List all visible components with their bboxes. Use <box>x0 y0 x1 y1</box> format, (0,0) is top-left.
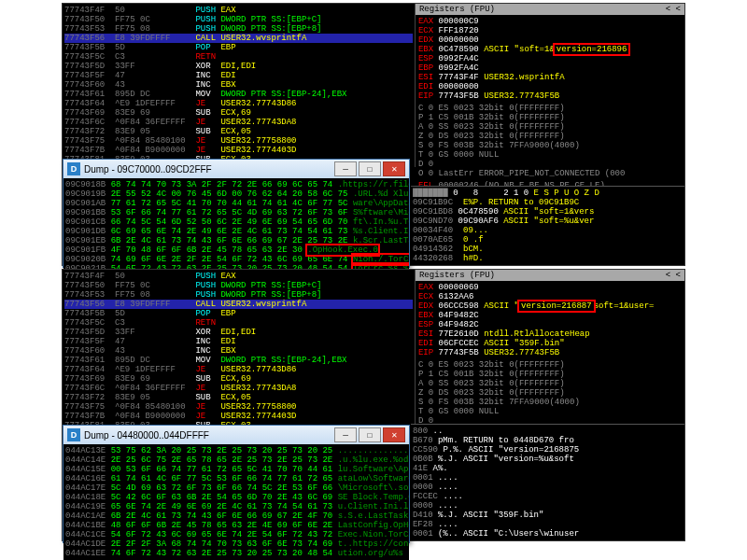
disasm-row[interactable]: 77743F64 ^E9 1DFEFFFF JE USER32.77743D86 <box>64 365 413 374</box>
disasm-row[interactable]: 77743F75 ^0F84 85480100 JE USER32.777588… <box>64 136 413 146</box>
register-row[interactable]: ESP 04F9482C <box>418 320 682 329</box>
close-button[interactable]: ✕ <box>383 427 405 442</box>
dump-row[interactable]: 044AC13E 53 75 62 3A 20 25 73 2E 25 73 2… <box>65 446 407 455</box>
stack-row[interactable]: 0070AE65 0 .f <box>413 235 683 245</box>
stack-row[interactable]: D410 %.J. ASCII "359F.bin" <box>413 511 683 520</box>
disasm-row[interactable]: 77743F4F 50 PUSH EAX <box>64 272 413 281</box>
disasm-row[interactable]: 77743F56 E8 39FDFFFF CALL USER32.wvsprin… <box>64 300 413 309</box>
dump-row[interactable]: 044AC1BE 48 6F 6F 6B 2E 45 78 65 63 2E 4… <box>65 521 407 530</box>
dump-window-2[interactable]: D Dump - 04480000..044DFFFF ─ □ ✕ 044AC1… <box>63 425 410 543</box>
disasm-row[interactable]: 77743F7B ^0F84 B9000000 JE USER32.777440… <box>64 412 413 421</box>
register-row[interactable]: EIP 77743F5B USER32.77743F5B <box>418 91 682 101</box>
register-row[interactable]: EDX 06CCC598 ASCII "version=216887soft=1… <box>418 301 682 311</box>
pane-arrows[interactable]: < < <box>666 5 681 14</box>
disasm-row[interactable]: 77743F72 83E9 05 SUB ECX,05 <box>64 127 413 136</box>
maximize-button[interactable]: □ <box>359 161 381 176</box>
disasm-row[interactable]: 77743F64 ^E9 1DFEFFFF JE USER32.77743D86 <box>64 99 413 108</box>
register-row[interactable]: EAX 00000069 <box>418 283 682 292</box>
close-button[interactable]: ✕ <box>383 161 405 176</box>
disasm-row[interactable]: 77743F50 FF75 0C PUSH DWORD PTR SS:[EBP+… <box>64 281 413 290</box>
disasm-row[interactable]: 77743F50 FF75 0C PUSH DWORD PTR SS:[EBP+… <box>64 15 413 24</box>
dump-row[interactable]: 044AC15E 00 53 6F 66 74 77 61 72 65 5C 4… <box>65 465 407 474</box>
register-row[interactable]: EBX 0C478590 ASCII "soft=1&version=21689… <box>418 45 682 54</box>
register-row[interactable]: EDI 00000000 <box>418 82 682 91</box>
disasm-row[interactable]: 77743F5C C3 RETN <box>64 318 413 328</box>
stack-row[interactable]: FCCEC .... <box>413 492 683 501</box>
disasm-row[interactable]: 77743F69 83E9 69 SUB ECX,69 <box>64 108 413 118</box>
stack-pane[interactable]: ███████ 0 8 2 1 0 E S P U O Z D09C91B9C … <box>411 186 684 265</box>
dump-row[interactable]: 044AC18E 5C 42 6C 6F 63 6B 2E 54 65 6D 7… <box>65 493 407 502</box>
register-row[interactable]: ESP 0992FA4C <box>418 54 682 63</box>
disasm-row[interactable]: 77743F4F 50 PUSH EAX <box>64 6 413 15</box>
dump-row[interactable]: 044AC1EE 74 6F 72 43 72 63 2E 25 73 20 2… <box>65 549 407 558</box>
dump-row[interactable]: 09C901DB 6C 69 65 6E 74 2E 49 6E 2E 4C 6… <box>65 227 407 236</box>
registers-pane[interactable]: Registers (FPU)< < EAX 000000C9ECX FFF18… <box>415 4 684 167</box>
dump-row[interactable]: 044AC1CE 54 6F 72 43 6C 69 65 6E 74 2E 5… <box>65 530 407 539</box>
disasm-row[interactable]: 77743F61 895D DC MOV DWORD PTR SS:[EBP-2… <box>64 356 413 365</box>
register-row[interactable]: ECX FFF18720 <box>418 26 682 35</box>
stack-pane[interactable]: 800 .. B670 pMm. RETURN to 0448D670 fro … <box>411 424 684 540</box>
minimize-button[interactable]: ─ <box>334 161 357 176</box>
disasm-row[interactable]: 77743F7B ^0F84 B9000000 JE USER32.777440… <box>64 146 413 155</box>
stack-row[interactable]: 0000 .... <box>413 483 683 492</box>
stack-row[interactable]: 800 .. <box>413 427 683 436</box>
disasm-row[interactable]: 77743F61 895D DC MOV DWORD PTR SS:[EBP-2… <box>64 90 413 99</box>
dump-hex-body[interactable]: 044AC13E 53 75 62 3A 20 25 73 2E 25 73 2… <box>63 444 409 560</box>
disasm-row[interactable]: 77743F5D 33FF XOR EDI,EDI <box>64 328 413 337</box>
register-row[interactable]: EAX 000000C9 <box>418 17 682 26</box>
dump-row[interactable]: 09C901AB 77 61 72 65 5C 41 70 70 44 61 7… <box>65 199 407 208</box>
dump-row[interactable]: 09C9018B 68 74 74 70 73 3A 2F 2F 72 2E 6… <box>65 180 407 189</box>
stack-row[interactable]: ███████ 0 8 2 1 0 E S P U O Z D <box>413 189 683 198</box>
disasm-row[interactable]: 77743F5B 5D POP EBP <box>64 43 413 52</box>
minimize-button[interactable]: ─ <box>334 427 357 442</box>
dump-row[interactable]: 044AC19E 65 6E 74 2E 49 6E 69 2E 4C 61 7… <box>65 502 407 511</box>
dump-window-1[interactable]: D Dump - 09C70000..09CD2FFF ─ □ ✕ 09C901… <box>63 159 410 268</box>
dump-row[interactable]: 09C9020B 74 69 6F 6E 2E 2F 2E 54 6F 72 4… <box>65 255 407 264</box>
register-row[interactable]: ECX 6132AA6 <box>418 292 682 301</box>
disassembly-pane[interactable]: 77743F4F 50 PUSH EAX77743F50 FF75 0C PUS… <box>63 270 415 433</box>
stack-row[interactable]: 0001 (%.. ASCII "C:\Users\winuser <box>413 529 683 539</box>
register-row[interactable]: ESI 77E2610D ntdll.RtlAllocateHeap <box>418 329 682 339</box>
pane-arrows[interactable]: < < <box>666 271 681 280</box>
stack-row[interactable]: 41E A%. <box>413 464 683 473</box>
register-row[interactable]: EIP 77743F5B USER32.77743F5B <box>418 348 682 357</box>
stack-row[interactable]: 00034F40 09... <box>413 226 683 235</box>
stack-row[interactable]: 09C9ND70 09C90AF6 ASCII "soft=%u&ver <box>413 217 683 226</box>
disasm-row[interactable]: 77743F6C ^0F84 36FEFFFF JE USER32.77743D… <box>64 384 413 393</box>
dump-row[interactable]: 044AC1DE 2E 2F 2F 3A 68 74 74 70 73 63 6… <box>65 539 407 549</box>
register-row[interactable]: EBP 0992FA4C <box>418 63 682 73</box>
disasm-row[interactable]: 77743F5D 33FF XOR EDI,EDI <box>64 62 413 71</box>
stack-row[interactable]: 44320268 h#D. <box>413 254 683 263</box>
disasm-row[interactable]: 77743F5F 47 INC EDI <box>64 337 413 346</box>
disasm-row[interactable]: 77743F56 E8 39FDFFFF CALL USER32.wvsprin… <box>64 34 413 43</box>
dump-row[interactable]: 09C9019B 2E 55 52 4C 00 76 45 6D 00 76 6… <box>65 189 407 199</box>
disasm-row[interactable]: 77743F72 83E9 05 SUB ECX,05 <box>64 393 413 402</box>
dump-titlebar[interactable]: D Dump - 09C70000..09CD2FFF ─ □ ✕ <box>63 160 409 178</box>
register-row[interactable]: EDI 06CFCCEC ASCII "359F.bin" <box>418 339 682 348</box>
maximize-button[interactable]: □ <box>359 427 381 442</box>
disasm-row[interactable]: 77743F60 43 INC EBX <box>64 80 413 90</box>
disassembly-pane[interactable]: 77743F4F 50 PUSH EAX77743F50 FF75 0C PUS… <box>63 4 415 167</box>
disasm-row[interactable]: 77743F6C ^0F84 36FEFFFF JE USER32.77743D… <box>64 118 413 127</box>
stack-row[interactable]: 0001 .... <box>413 473 683 483</box>
register-row[interactable]: ESI 77743F4F USER32.wsprintfA <box>418 73 682 82</box>
disasm-row[interactable]: 77743F5C C3 RETN <box>64 52 413 62</box>
stack-row[interactable]: 0B0B %.J. ASCII "version=%u&soft <box>413 455 683 464</box>
dump-row[interactable]: 09C901CB 66 74 5C 54 6D 52 50 6C 2E 49 6… <box>65 217 407 227</box>
register-row[interactable]: EBX 04F9482C <box>418 311 682 320</box>
stack-row[interactable]: 09C91BD8 0C478590 ASCII "soft=1&vers <box>413 207 683 217</box>
disasm-row[interactable]: 77743F5B 5D POP EBP <box>64 309 413 318</box>
dump-row[interactable]: 044AC16E 61 74 61 4C 6F 77 5C 53 6F 66 7… <box>65 474 407 483</box>
dump-titlebar[interactable]: D Dump - 04480000..044DFFFF ─ □ ✕ <box>63 426 409 444</box>
stack-row[interactable]: B670 pMm. RETURN to 0448D670 fro <box>413 436 683 445</box>
dump-row[interactable]: 044AC17E 5C 4D 69 63 72 6F 73 6F 66 74 5… <box>65 483 407 493</box>
disasm-row[interactable]: 77743F69 83E9 69 SUB ECX,69 <box>64 374 413 384</box>
dump-row[interactable]: 09C901FB 4F 70 48 6F 6F 6B 2E 45 78 65 6… <box>65 245 407 255</box>
registers-pane[interactable]: Registers (FPU)< < EAX 00000069ECX 6132A… <box>415 270 684 433</box>
stack-row[interactable]: EF28 .... <box>413 520 683 529</box>
dump-row[interactable]: 044AC1AE 6B 2E 4C 61 73 74 43 6F 6E 66 6… <box>65 511 407 521</box>
dump-row[interactable]: 09C901EB 6B 2E 4C 61 73 74 43 6F 6E 66 6… <box>65 236 407 245</box>
dump-row[interactable]: 09C901BB 53 6F 66 74 77 61 72 65 5C 4D 6… <box>65 208 407 217</box>
disasm-row[interactable]: 77743F53 FF75 08 PUSH DWORD PTR SS:[EBP+… <box>64 290 413 300</box>
dump-row[interactable]: 044AC14E 2E 25 6C 75 2E 65 78 65 2E 25 7… <box>65 455 407 465</box>
